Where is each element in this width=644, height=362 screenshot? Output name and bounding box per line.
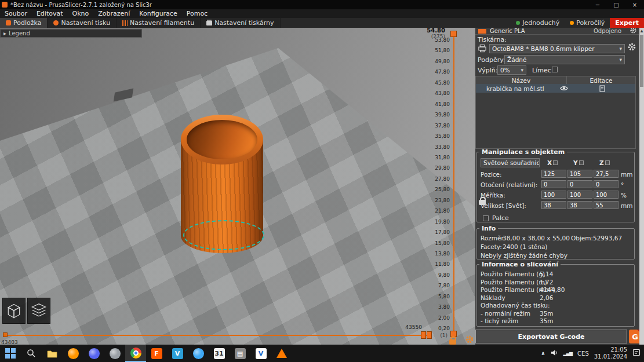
supports-label: Podpěry: <box>478 56 505 64</box>
y-value-input[interactable] <box>567 180 592 188</box>
vlc-icon[interactable]: V <box>250 345 271 362</box>
axis-copy-icon[interactable] <box>553 160 558 165</box>
horizontal-slider-track[interactable] <box>5 335 428 336</box>
folder-glyph-icon <box>47 349 57 358</box>
mode-dot-icon <box>516 21 520 25</box>
filament-name: Generic PLA <box>490 28 525 34</box>
tab-printer-tab[interactable]: Nastavení tiskárny <box>201 18 280 28</box>
scrollbar-up-arrow-icon[interactable]: ▲ <box>639 28 644 34</box>
keyboard-language-label[interactable]: CES <box>577 350 589 357</box>
slicing-row-value: 1,72 <box>540 279 553 286</box>
printer-select[interactable]: OctoBAM8 * BAM8 0.6mm klipper ▾ <box>489 44 625 53</box>
z-value-input[interactable] <box>594 170 618 178</box>
y-value-input[interactable] <box>567 201 592 209</box>
mode-button-0[interactable]: Jednoduchý <box>511 18 565 28</box>
maximize-button[interactable]: □ <box>607 0 625 9</box>
brim-checkbox[interactable] <box>552 67 558 72</box>
firefox-icon[interactable] <box>63 345 83 362</box>
unit-label: mm <box>621 171 632 178</box>
x-value-input[interactable] <box>541 180 566 188</box>
chrome-icon[interactable] <box>125 345 146 362</box>
layer-tick: 17,80 <box>406 229 450 235</box>
search-icon[interactable] <box>21 345 42 362</box>
gcode-icon[interactable]: G <box>629 330 639 343</box>
clock-date: 31.01.2024 <box>594 353 627 360</box>
layer-tick: 41,80 <box>406 101 450 107</box>
mode-dot-icon <box>570 21 574 25</box>
tab-plater[interactable]: Podložka <box>0 18 48 28</box>
eye-visibility-icon[interactable] <box>560 85 568 93</box>
vscode-icon[interactable]: V <box>167 345 188 362</box>
export-gcode-button[interactable]: Exportovat G-code <box>475 330 627 343</box>
x-value-input[interactable] <box>541 170 566 178</box>
edit-object-icon[interactable] <box>599 85 605 93</box>
view-cube-icon[interactable] <box>2 298 26 324</box>
layer-range-lock-icon[interactable] <box>449 339 456 345</box>
layer-slider-top-handle[interactable] <box>450 31 457 37</box>
volume-value: 52993,67 <box>593 235 622 242</box>
x-value-input[interactable] <box>541 191 566 199</box>
supports-select[interactable]: Žádné ▾ <box>504 55 625 64</box>
z-value-input[interactable] <box>594 180 618 188</box>
minimize-button[interactable]: − <box>588 0 607 9</box>
legend-bar[interactable]: ▸ Legend <box>0 29 142 38</box>
vlc-icon-glyph: V <box>256 348 267 359</box>
filament-settings-gear-icon[interactable] <box>630 28 637 35</box>
system-tray: ∧ ▂▄▆ CES 21:05 31.01.2024 <box>541 346 644 360</box>
freecad-icon[interactable]: F <box>146 345 167 362</box>
manipulation-row-label: Pozice: <box>481 171 502 178</box>
layers-view-icon[interactable] <box>27 298 50 324</box>
infill-label: Výplň: <box>478 67 497 74</box>
printer-settings-gear-icon[interactable] <box>627 42 636 53</box>
menu-item-0[interactable]: Soubor <box>0 9 32 18</box>
menu-item-1[interactable]: Editovat <box>32 9 68 18</box>
object-table-header: Název Editace <box>475 76 636 85</box>
layer-tick: 19,80 <box>406 219 450 225</box>
inches-checkbox[interactable] <box>483 215 489 221</box>
calendar-icon[interactable]: 31 <box>209 345 230 362</box>
close-button[interactable]: × <box>625 0 644 9</box>
z-value-input[interactable] <box>594 191 618 199</box>
axis-copy-icon[interactable] <box>579 160 584 165</box>
z-value-input[interactable] <box>594 201 618 209</box>
horizontal-slider-start-marker[interactable] <box>3 332 8 337</box>
safari-icon[interactable] <box>188 345 209 362</box>
cone-icon[interactable] <box>271 345 292 362</box>
y-value-input[interactable] <box>567 191 592 199</box>
layer-tick: 11,80 <box>406 261 450 267</box>
axis-copy-icon[interactable] <box>605 160 610 165</box>
menu-item-2[interactable]: Okno <box>68 9 94 18</box>
mode-button-2[interactable]: Expert <box>610 18 644 28</box>
y-value-input[interactable] <box>567 170 592 178</box>
sidebar-scrollbar[interactable]: ▲ <box>639 28 644 345</box>
menu-item-4[interactable]: Konfigurace <box>134 9 181 18</box>
uniform-scale-lock-icon[interactable] <box>479 200 486 205</box>
steam-icon[interactable] <box>104 345 125 362</box>
x-value-input[interactable] <box>541 201 566 209</box>
tab-print-settings[interactable]: Nastavení tisku <box>48 18 117 28</box>
layer-slider-bottom-layer: (1) <box>406 332 447 338</box>
volume-icon[interactable] <box>551 349 558 358</box>
slicing-row-value: 5,14 <box>540 270 553 277</box>
scrollbar-thumb[interactable] <box>640 35 643 87</box>
start-button[interactable] <box>0 345 21 362</box>
file-explorer-icon[interactable] <box>42 345 63 362</box>
3d-viewport[interactable]: ▸ Legend 435 <box>0 28 475 345</box>
clock[interactable]: 21:05 31.01.2024 <box>594 346 627 360</box>
tab-filament[interactable]: Nastavení filamentu <box>117 18 201 28</box>
menu-item-5[interactable]: Pomoc <box>182 9 212 18</box>
infill-select[interactable]: 0% ▾ <box>497 65 526 75</box>
notification-center-icon[interactable] <box>632 349 641 358</box>
model-cylinder-cavity <box>187 120 257 159</box>
filament-row[interactable]: Generic PLA Odpojeno <box>475 28 639 35</box>
network-signal-icon[interactable]: ▂▄▆ <box>563 351 572 356</box>
device-icon[interactable]: ▤ <box>230 345 250 362</box>
menu-item-3[interactable]: Zobrazení <box>93 9 134 18</box>
layer-slider-track[interactable] <box>453 33 454 334</box>
object-row[interactable]: krabička na měl.stl <box>476 84 635 93</box>
coordinates-select[interactable]: Světové souřadnice ▾ <box>481 158 540 167</box>
mode-button-1[interactable]: Pokročilý <box>565 18 610 28</box>
tray-chevron-up-icon[interactable]: ∧ <box>541 350 545 356</box>
slicing-row-value: 2,06 <box>540 294 553 301</box>
discord-icon[interactable] <box>83 345 104 362</box>
